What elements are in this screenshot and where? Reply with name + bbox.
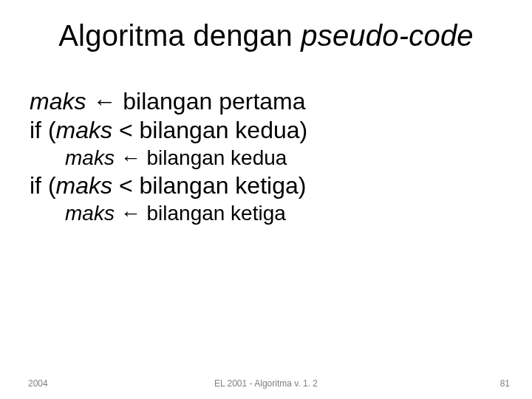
- pseudo-line-3: maks ← bilangan kedua: [65, 145, 502, 171]
- line4-pre: if (: [30, 172, 56, 199]
- var-maks: maks: [56, 117, 112, 143]
- line2-rest: < bilangan kedua): [112, 117, 307, 143]
- slide-body: maks ← bilangan pertama if (maks < bilan…: [30, 87, 502, 228]
- line5-rest: bilangan ketiga: [146, 202, 285, 225]
- pseudo-line-4: if (maks < bilangan ketiga): [30, 171, 502, 200]
- title-text-italic: pseudo-code: [301, 19, 474, 52]
- var-maks: maks: [65, 202, 115, 225]
- var-maks: maks: [65, 146, 115, 169]
- slide: Algoritma dengan pseudo-code maks ← bila…: [0, 0, 532, 399]
- line1-rest: ← bilangan pertama: [86, 88, 305, 115]
- arrow-icon: ←: [115, 146, 147, 169]
- line2-pre: if (: [30, 117, 56, 143]
- pseudo-line-1: maks ← bilangan pertama: [30, 87, 502, 116]
- footer-page-number: 81: [500, 378, 510, 389]
- line4-rest: < bilangan ketiga): [112, 172, 306, 199]
- line3-rest: bilangan kedua: [146, 146, 287, 169]
- title-text-1: Algoritma dengan: [58, 19, 301, 52]
- arrow-icon: ←: [115, 202, 147, 225]
- pseudo-line-2: if (maks < bilangan kedua): [30, 116, 502, 145]
- footer-course: EL 2001 - Algoritma v. 1. 2: [0, 378, 532, 389]
- pseudo-line-5: maks ← bilangan ketiga: [65, 200, 502, 227]
- var-maks: maks: [56, 172, 112, 199]
- var-maks: maks: [30, 88, 86, 115]
- slide-title: Algoritma dengan pseudo-code: [0, 19, 532, 52]
